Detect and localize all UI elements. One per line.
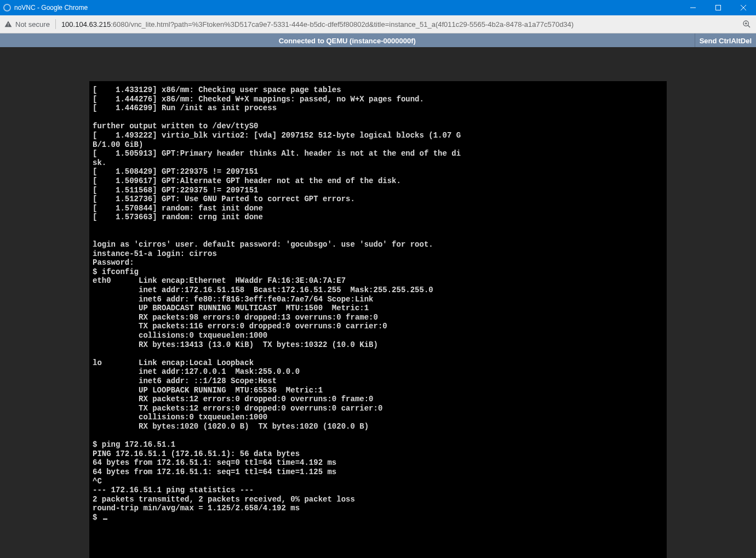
zoom-icon[interactable] [742,19,752,29]
terminal-cursor [103,519,107,520]
window-controls [680,0,756,15]
not-secure-label: Not secure [15,20,50,29]
app-icon [3,4,11,12]
url-host: 100.104.63.215 [61,20,111,29]
terminal-output[interactable]: [ 1.433129] x86/mm: Checking user space … [89,81,667,558]
titlebar-left: noVNC - Google Chrome [3,4,88,12]
not-secure-badge[interactable]: Not secure [4,20,50,29]
vnc-status-bar: Connected to QEMU (instance-0000000f) Se… [0,33,756,48]
maximize-button[interactable] [706,0,731,15]
url-rest: :6080/vnc_lite.html?path=%3Ftoken%3D517c… [111,20,574,29]
close-button[interactable] [731,0,756,15]
send-ctrlaltdel-button[interactable]: Send CtrlAltDel [695,33,756,48]
vnc-canvas-area[interactable]: [ 1.433129] x86/mm: Checking user space … [0,47,756,558]
vnc-status-text: Connected to QEMU (instance-0000000f) [0,33,695,48]
url-field[interactable]: 100.104.63.215:6080/vnc_lite.html?path=%… [61,20,736,29]
svg-rect-1 [716,5,721,10]
window-title: noVNC - Google Chrome [14,4,88,12]
svg-line-5 [748,25,750,27]
warning-icon [4,20,12,28]
minimize-button[interactable] [680,0,706,15]
addressbar-separator [55,19,56,29]
chrome-addressbar: Not secure 100.104.63.215:6080/vnc_lite.… [0,15,756,33]
chrome-titlebar: noVNC - Google Chrome [0,0,756,15]
